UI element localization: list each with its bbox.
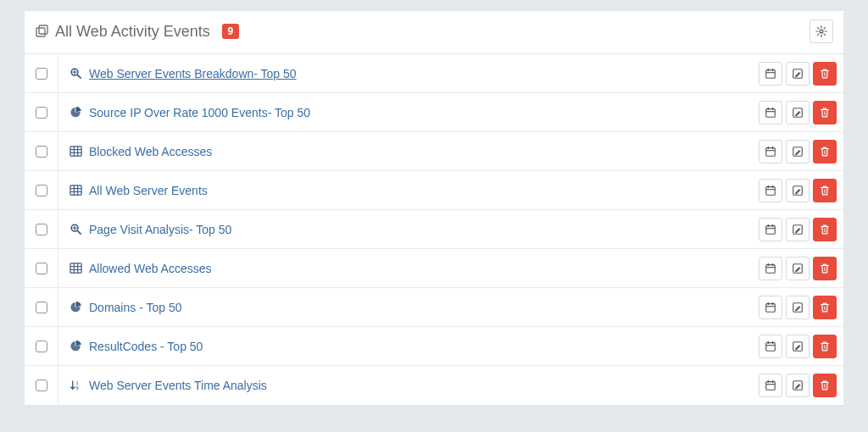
calendar-icon [765,341,776,352]
checkbox-cell [25,327,58,365]
delete-button[interactable] [813,257,837,280]
row-link[interactable]: ResultCodes - Top 50 [89,340,203,353]
delete-button[interactable] [813,374,837,397]
row-actions [755,140,843,163]
magnify-icon [69,223,82,235]
trash-icon [819,68,831,80]
row-checkbox[interactable] [36,68,47,80]
list-item: Page Visit Analysis- Top 50 [25,210,843,249]
list-item: Allowed Web Accesses [25,249,843,288]
row-link[interactable]: Page Visit Analysis- Top 50 [89,223,231,236]
row-link[interactable]: Domains - Top 50 [89,301,181,314]
edit-icon [792,379,804,391]
calendar-icon [765,224,776,235]
page-title: All Web Activity Events [55,23,210,41]
row-main: Source IP Over Rate 1000 Events- Top 50 [58,106,755,119]
row-checkbox[interactable] [36,302,47,313]
checkbox-cell [25,171,58,209]
schedule-button[interactable] [759,140,782,163]
row-actions [755,62,843,86]
row-main: All Web Server Events [58,184,755,197]
row-link[interactable]: All Web Server Events [89,184,208,197]
stack-icon [35,25,48,38]
row-main: Page Visit Analysis- Top 50 [58,223,755,236]
row-link[interactable]: Web Server Events Time Analysis [89,379,267,392]
delete-button[interactable] [813,140,837,163]
row-main: Web Server Events Breakdown- Top 50 [58,67,755,80]
table-icon [69,145,82,158]
row-checkbox[interactable] [36,379,47,391]
edit-button[interactable] [786,257,810,280]
edit-button[interactable] [786,140,810,163]
schedule-button[interactable] [759,257,782,280]
list-item: Web Server Events Time Analysis [25,366,843,405]
schedule-button[interactable] [759,335,782,358]
trash-icon [819,185,831,197]
row-link[interactable]: Source IP Over Rate 1000 Events- Top 50 [89,106,310,119]
delete-button[interactable] [813,62,837,86]
delete-button[interactable] [813,335,837,358]
checkbox-cell [25,93,58,131]
trash-icon [819,146,831,158]
row-actions [755,218,843,241]
row-main: Web Server Events Time Analysis [58,379,755,392]
list-item: Web Server Events Breakdown- Top 50 [25,54,843,93]
edit-icon [792,224,804,235]
trash-icon [819,107,831,119]
gear-icon [815,25,827,37]
calendar-icon [765,68,776,80]
schedule-button[interactable] [759,218,782,241]
edit-button[interactable] [786,101,810,125]
count-badge: 9 [222,24,239,39]
row-checkbox[interactable] [36,263,47,274]
schedule-button[interactable] [759,101,782,125]
checkbox-cell [25,210,58,248]
delete-button[interactable] [813,218,837,241]
row-checkbox[interactable] [36,185,47,197]
edit-button[interactable] [786,296,810,319]
edit-button[interactable] [786,335,810,358]
edit-button[interactable] [786,62,810,86]
list-item: Domains - Top 50 [25,288,843,327]
edit-button[interactable] [786,374,810,397]
row-link[interactable]: Blocked Web Accesses [89,145,212,158]
schedule-button[interactable] [759,296,782,319]
pie-chart-icon [69,301,82,313]
row-checkbox[interactable] [36,224,47,235]
magnify-icon [69,67,82,80]
row-checkbox[interactable] [36,341,47,352]
schedule-button[interactable] [759,374,782,397]
row-main: Allowed Web Accesses [58,262,755,275]
edit-icon [792,263,804,274]
trash-icon [819,341,831,352]
edit-icon [792,68,804,80]
schedule-button[interactable] [759,179,782,202]
checkbox-cell [25,366,58,405]
delete-button[interactable] [813,101,837,125]
settings-button[interactable] [810,19,833,43]
checkbox-cell [25,288,58,326]
trash-icon [819,263,831,274]
events-panel: All Web Activity Events 9 Web Server Eve… [24,10,844,406]
delete-button[interactable] [813,296,837,319]
trash-icon [819,379,831,391]
panel-header: All Web Activity Events 9 [25,11,843,53]
row-actions [755,101,843,125]
row-checkbox[interactable] [36,146,47,158]
checkbox-cell [25,132,58,170]
pie-chart-icon [69,340,82,352]
row-checkbox[interactable] [36,107,47,119]
table-icon [69,184,82,197]
row-main: Blocked Web Accesses [58,145,755,158]
edit-button[interactable] [786,179,810,202]
edit-icon [792,146,804,158]
trash-icon [819,302,831,313]
row-actions [755,374,843,397]
row-link[interactable]: Web Server Events Breakdown- Top 50 [89,67,297,80]
edit-button[interactable] [786,218,810,241]
row-link[interactable]: Allowed Web Accesses [89,262,211,275]
schedule-button[interactable] [759,62,782,86]
row-actions [755,296,843,319]
row-actions [755,335,843,358]
delete-button[interactable] [813,179,837,202]
